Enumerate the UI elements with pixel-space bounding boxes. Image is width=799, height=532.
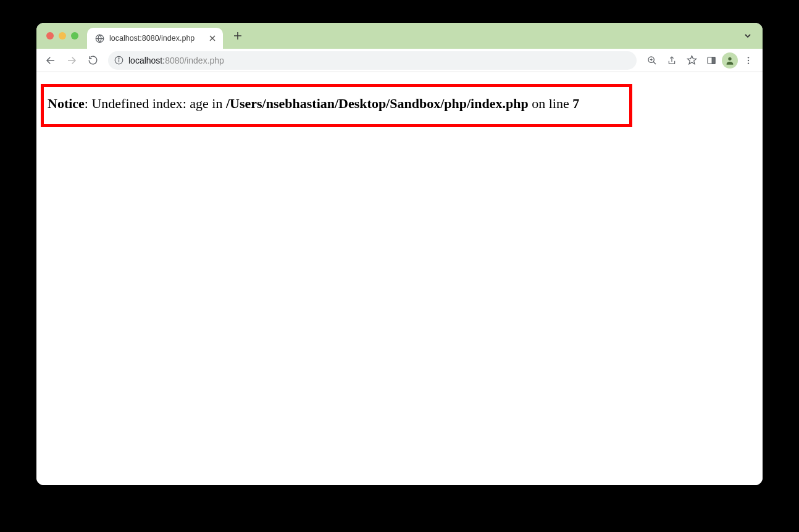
notice-line-number: 7 [572, 96, 579, 111]
notice-file-path: /Users/nsebhastian/Desktop/Sandbox/php/i… [226, 96, 529, 111]
url-text: localhost:8080/index.php [128, 56, 630, 65]
zoom-icon[interactable] [643, 51, 661, 70]
browser-window: localhost:8080/index.php [36, 23, 763, 485]
back-button[interactable] [41, 51, 60, 70]
address-bar[interactable]: localhost:8080/index.php [108, 51, 637, 70]
site-info-icon[interactable] [114, 56, 123, 65]
window-minimize-button[interactable] [59, 32, 66, 39]
toolbar-right-cluster [643, 51, 758, 70]
tab-bar: localhost:8080/index.php [36, 23, 763, 49]
url-path: 8080/index.php [165, 56, 224, 65]
tab-title: localhost:8080/index.php [109, 34, 203, 43]
svg-point-19 [748, 57, 749, 58]
profile-avatar[interactable] [722, 52, 738, 69]
globe-icon [94, 33, 104, 43]
window-controls [36, 32, 78, 39]
new-tab-button[interactable] [229, 27, 246, 44]
svg-point-21 [748, 62, 749, 64]
reload-button[interactable] [83, 51, 102, 70]
window-maximize-button[interactable] [71, 32, 78, 39]
svg-point-18 [728, 57, 731, 60]
forward-button[interactable] [62, 51, 81, 70]
annotation-highlight-box: Notice: Undefined index: age in /Users/n… [41, 84, 632, 127]
tab-close-button[interactable] [208, 34, 217, 43]
svg-marker-14 [687, 56, 696, 64]
notice-on-line-text: on line [529, 96, 573, 111]
url-host: localhost: [128, 56, 165, 65]
notice-message-prefix: : Undefined index: age in [85, 96, 226, 111]
svg-rect-17 [712, 57, 715, 64]
page-content: Notice: Undefined index: age in /Users/n… [36, 72, 763, 485]
svg-point-20 [748, 59, 749, 60]
window-close-button[interactable] [46, 32, 54, 39]
side-panel-icon[interactable] [702, 51, 721, 70]
notice-label: Notice [48, 96, 85, 111]
svg-point-9 [119, 58, 119, 59]
browser-tab[interactable]: localhost:8080/index.php [87, 28, 223, 49]
tab-list-button[interactable] [740, 28, 755, 43]
bookmark-icon[interactable] [682, 51, 701, 70]
svg-line-11 [653, 62, 656, 64]
toolbar: localhost:8080/index.php [36, 49, 763, 72]
kebab-menu-icon[interactable] [739, 51, 758, 70]
share-icon[interactable] [663, 51, 681, 70]
php-notice-message: Notice: Undefined index: age in /Users/n… [48, 96, 625, 112]
